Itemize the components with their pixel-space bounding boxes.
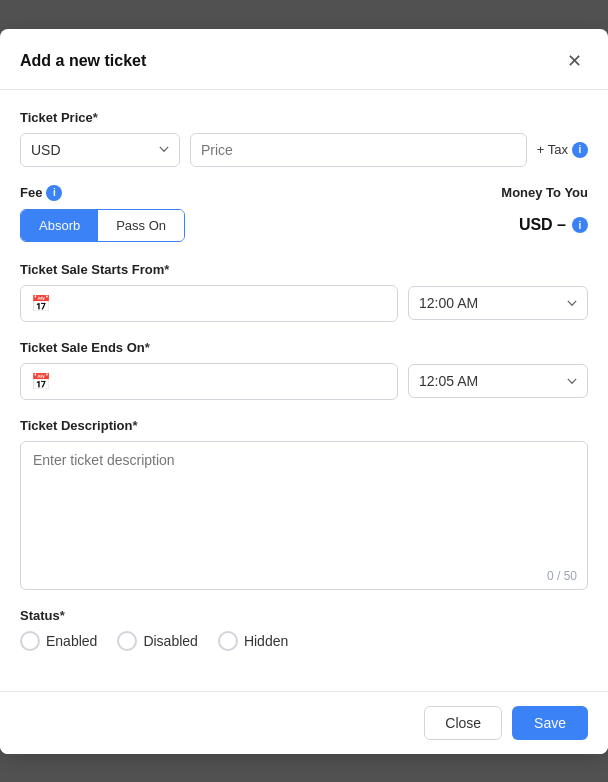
status-option-hidden[interactable]: Hidden	[218, 631, 288, 651]
modal-footer: Close Save	[0, 691, 608, 754]
status-section: Status Enabled Disabled Hidden	[20, 608, 588, 651]
footer-close-button[interactable]: Close	[424, 706, 502, 740]
ticket-sale-starts-label: Ticket Sale Starts From	[20, 262, 588, 277]
ticket-sale-starts-date-input[interactable]	[59, 295, 387, 311]
calendar-icon-starts: 📅	[31, 294, 51, 313]
ticket-sale-starts-row: 📅 12:00 AM 12:30 AM 1:00 AM	[20, 285, 588, 322]
modal-close-button[interactable]: ✕	[560, 47, 588, 75]
ticket-price-label: Ticket Price	[20, 110, 588, 125]
status-option-enabled[interactable]: Enabled	[20, 631, 97, 651]
ticket-sale-ends-date-input[interactable]	[59, 373, 387, 389]
status-radio-hidden[interactable]	[218, 631, 238, 651]
modal-dialog: Add a new ticket ✕ Ticket Price USD EUR …	[0, 29, 608, 754]
status-radio-enabled[interactable]	[20, 631, 40, 651]
ticket-description-wrap: 0 / 50	[20, 441, 588, 590]
money-to-you-info-icon[interactable]: i	[572, 217, 588, 233]
price-input[interactable]	[190, 133, 527, 167]
fee-header: Fee i Money To You	[20, 185, 588, 201]
tax-label: + Tax i	[537, 142, 588, 158]
ticket-sale-ends-time-select[interactable]: 12:00 AM 12:05 AM 12:30 AM	[408, 364, 588, 398]
ticket-sale-starts-section: Ticket Sale Starts From 📅 12:00 AM 12:30…	[20, 262, 588, 322]
money-to-you-value: USD – i	[519, 216, 588, 234]
status-options: Enabled Disabled Hidden	[20, 631, 588, 651]
fee-label: Fee i	[20, 185, 62, 201]
fee-row: Absorb Pass On USD – i	[20, 209, 588, 242]
ticket-sale-ends-row: 📅 12:00 AM 12:05 AM 12:30 AM	[20, 363, 588, 400]
ticket-description-section: Ticket Description 0 / 50	[20, 418, 588, 590]
close-x-icon: ✕	[567, 50, 582, 72]
modal-body: Ticket Price USD EUR GBP + Tax i Fee	[0, 90, 608, 691]
tax-info-icon[interactable]: i	[572, 142, 588, 158]
modal-header: Add a new ticket ✕	[0, 29, 608, 90]
ticket-price-row: USD EUR GBP + Tax i	[20, 133, 588, 167]
ticket-sale-ends-section: Ticket Sale Ends On 📅 12:00 AM 12:05 AM …	[20, 340, 588, 400]
money-to-you-label: Money To You	[501, 185, 588, 200]
modal-title: Add a new ticket	[20, 52, 146, 70]
fee-text: Fee	[20, 185, 42, 200]
ticket-description-label: Ticket Description	[20, 418, 588, 433]
absorb-button[interactable]: Absorb	[21, 210, 98, 241]
ticket-description-textarea[interactable]	[21, 442, 587, 562]
fee-section: Fee i Money To You Absorb Pass On USD – …	[20, 185, 588, 242]
status-radio-disabled[interactable]	[117, 631, 137, 651]
currency-select[interactable]: USD EUR GBP	[20, 133, 180, 167]
modal-overlay[interactable]: Add a new ticket ✕ Ticket Price USD EUR …	[0, 0, 608, 782]
status-hidden-label: Hidden	[244, 633, 288, 649]
ticket-sale-starts-date-wrap[interactable]: 📅	[20, 285, 398, 322]
pass-on-button[interactable]: Pass On	[98, 210, 184, 241]
status-label: Status	[20, 608, 588, 623]
ticket-sale-ends-date-wrap[interactable]: 📅	[20, 363, 398, 400]
footer-save-button[interactable]: Save	[512, 706, 588, 740]
char-count: 0 / 50	[21, 565, 587, 589]
fee-toggle-group: Absorb Pass On	[20, 209, 185, 242]
tax-text: + Tax	[537, 142, 568, 157]
money-to-you-amount: USD –	[519, 216, 566, 234]
status-option-disabled[interactable]: Disabled	[117, 631, 197, 651]
ticket-sale-ends-label: Ticket Sale Ends On	[20, 340, 588, 355]
calendar-icon-ends: 📅	[31, 372, 51, 391]
ticket-sale-starts-time-select[interactable]: 12:00 AM 12:30 AM 1:00 AM	[408, 286, 588, 320]
status-enabled-label: Enabled	[46, 633, 97, 649]
status-disabled-label: Disabled	[143, 633, 197, 649]
fee-info-icon[interactable]: i	[46, 185, 62, 201]
